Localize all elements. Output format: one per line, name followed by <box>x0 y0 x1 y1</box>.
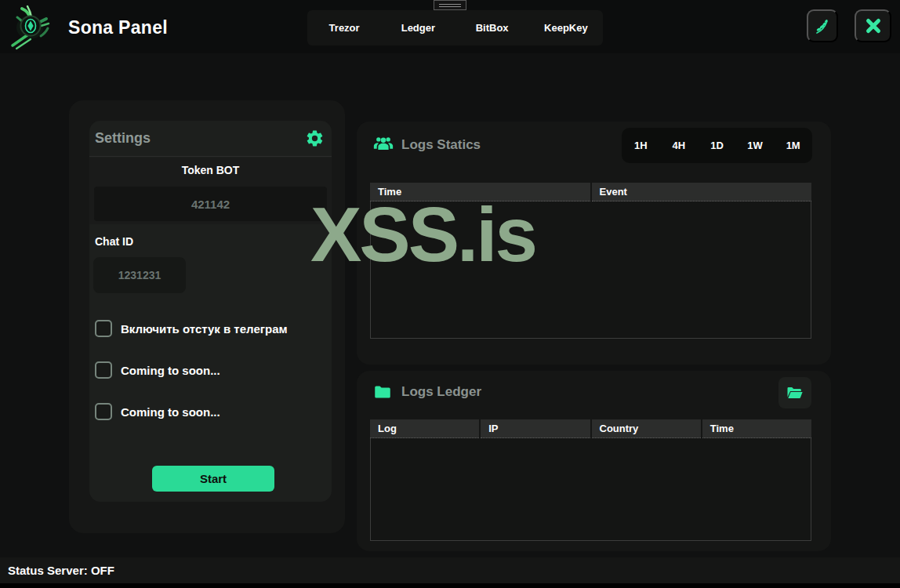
open-logs-folder-button[interactable] <box>778 377 811 408</box>
token-bot-section: Token BOT <box>89 158 332 224</box>
token-bot-label: Token BOT <box>89 158 332 176</box>
app-title: Sona Panel <box>68 17 168 38</box>
top-bar: Sona Panel Trezor Ledger BitBox KeepKey <box>0 0 900 53</box>
filter-1w[interactable]: 1W <box>736 140 775 151</box>
window-drag-handle[interactable] <box>434 0 466 10</box>
settings-card: Settings Token BOT Chat ID Включить отст… <box>89 121 332 502</box>
device-tab-bar: Trezor Ledger BitBox KeepKey <box>307 10 603 45</box>
filter-4h[interactable]: 4H <box>660 140 699 151</box>
filter-1d[interactable]: 1D <box>698 140 736 151</box>
app-logo <box>6 2 56 52</box>
logs-statics-title: Logs Statics <box>401 137 481 153</box>
tab-bitbox[interactable]: BitBox <box>455 10 529 45</box>
filter-1m[interactable]: 1M <box>774 140 812 151</box>
tab-keepkey[interactable]: KeepKey <box>529 10 603 45</box>
coming-soon-label-2: Coming to soon... <box>121 405 220 419</box>
coming-soon-checkbox-2[interactable] <box>95 403 112 420</box>
token-bot-input[interactable] <box>94 187 327 221</box>
close-button[interactable] <box>855 9 891 42</box>
close-icon <box>864 16 883 35</box>
logs-statics-card: Logs Statics 1H 4H 1D 1W 1M Time Event <box>357 122 831 365</box>
chat-id-input[interactable] <box>93 257 186 293</box>
checkbox-row-telegram: Включить отстук в телеграм <box>95 320 288 337</box>
ledger-col-log: Log <box>370 419 479 438</box>
ledger-table-body <box>370 438 811 541</box>
folder-icon <box>372 382 393 402</box>
checkbox-row-coming-soon-1: Coming to soon... <box>95 361 220 379</box>
tab-ledger[interactable]: Ledger <box>381 10 455 45</box>
statics-col-event: Event <box>592 183 812 201</box>
coming-soon-checkbox-1[interactable] <box>95 361 112 379</box>
statics-col-time: Time <box>370 183 590 201</box>
folder-open-icon <box>786 383 804 402</box>
ledger-col-ip: IP <box>481 419 590 438</box>
logs-ledger-title: Logs Ledger <box>401 384 481 400</box>
start-button[interactable]: Start <box>152 466 274 492</box>
logs-ledger-card: Logs Ledger Log IP Country Time <box>357 371 831 551</box>
telegram-notify-checkbox[interactable] <box>95 320 112 337</box>
ledger-col-country: Country <box>592 419 701 438</box>
statics-table-body <box>370 201 811 339</box>
tab-trezor[interactable]: Trezor <box>307 10 381 45</box>
ledger-table-header: Log IP Country Time <box>370 419 811 438</box>
settings-header: Settings <box>89 121 332 157</box>
telegram-notify-label: Включить отстук в телеграм <box>121 322 288 336</box>
server-status-text: Status Server: OFF <box>8 564 114 577</box>
statics-table-header: Time Event <box>370 183 811 201</box>
filter-1h[interactable]: 1H <box>622 140 660 151</box>
time-filter-group: 1H 4H 1D 1W 1M <box>622 128 812 163</box>
chat-id-label: Chat ID <box>95 235 133 248</box>
settings-title: Settings <box>95 130 151 147</box>
gear-icon[interactable] <box>305 129 325 148</box>
users-icon <box>372 133 394 155</box>
checkbox-row-coming-soon-2: Coming to soon... <box>95 403 220 420</box>
ledger-col-time: Time <box>702 419 811 438</box>
plant-icon <box>813 16 832 35</box>
sona-panel-window: Sona Panel Trezor Ledger BitBox KeepKey <box>0 0 900 588</box>
plant-button[interactable] <box>807 9 838 42</box>
bottom-border <box>0 583 900 588</box>
coming-soon-label-1: Coming to soon... <box>121 364 220 377</box>
status-bar: Status Server: OFF <box>0 557 900 583</box>
